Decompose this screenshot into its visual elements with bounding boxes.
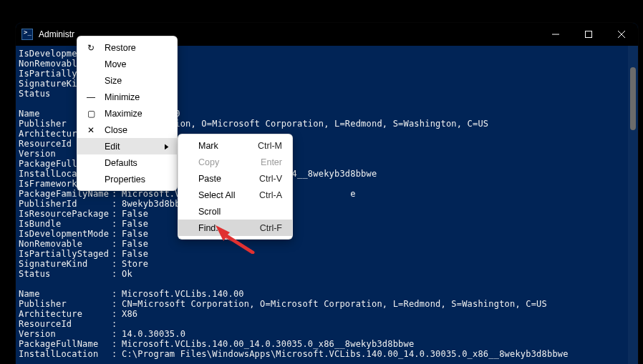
shortcut-label: Ctrl-M bbox=[258, 141, 282, 151]
separator: : bbox=[112, 239, 122, 249]
submenu-item-copy: CopyEnter bbox=[178, 154, 292, 170]
submenu-item-label: Select All bbox=[198, 190, 235, 200]
menu-item-minimize[interactable]: —Minimize bbox=[77, 89, 177, 105]
property-key: IsBundle bbox=[19, 219, 112, 229]
separator: : bbox=[112, 309, 122, 319]
restore-glyph-icon: ↻ bbox=[86, 43, 96, 53]
svg-rect-1 bbox=[586, 31, 592, 38]
minimize-button[interactable] bbox=[539, 23, 572, 46]
property-key: Publisher bbox=[19, 299, 112, 309]
property-value: CN=Microsoft Corporation, O=Microsoft Co… bbox=[122, 299, 547, 309]
close-glyph-icon: ✕ bbox=[86, 125, 96, 135]
separator: : bbox=[112, 229, 122, 239]
property-key: Status bbox=[19, 269, 112, 279]
submenu-item-paste[interactable]: PasteCtrl-V bbox=[178, 170, 292, 187]
property-value: False bbox=[122, 239, 148, 249]
property-value: 8wekyb3d8bb bbox=[122, 199, 180, 209]
separator: : bbox=[112, 299, 122, 309]
shortcut-label: Enter bbox=[261, 157, 282, 167]
separator: : bbox=[112, 209, 122, 219]
console-line: IsResourcePackage: False bbox=[19, 209, 632, 219]
scrollbar[interactable] bbox=[628, 46, 638, 364]
console-line: InstallLocation: C:\Program Files\Window… bbox=[19, 349, 632, 359]
shortcut-label: Ctrl-A bbox=[259, 190, 282, 200]
property-key: Architecture bbox=[19, 309, 112, 319]
scrollbar-thumb[interactable] bbox=[630, 67, 636, 130]
close-icon bbox=[618, 31, 625, 38]
property-value: Microsoft.VCLibs.140.00 bbox=[122, 289, 244, 299]
property-key: InstallLocation bbox=[19, 349, 112, 359]
menu-item-maximize[interactable]: ▢Maximize bbox=[77, 105, 177, 122]
submenu-item-mark[interactable]: MarkCtrl-M bbox=[178, 137, 292, 154]
system-menu: ↻RestoreMoveSize—Minimize▢Maximize✕Close… bbox=[77, 36, 178, 191]
property-key: ResourceId bbox=[19, 319, 112, 329]
submenu-item-label: Paste bbox=[198, 174, 221, 184]
menu-item-defaults[interactable]: Defaults bbox=[77, 154, 177, 171]
menu-item-label: Maximize bbox=[105, 109, 142, 119]
console-line: NonRemovable: False bbox=[19, 239, 632, 249]
menu-item-close[interactable]: ✕Close bbox=[77, 122, 177, 138]
maximize-button[interactable] bbox=[572, 23, 605, 46]
property-key: IsDevelopmentMode bbox=[19, 229, 112, 239]
property-value: C:\Program Files\WindowsApps\Microsoft.V… bbox=[122, 349, 569, 359]
property-value: X86 bbox=[122, 309, 137, 319]
menu-item-size[interactable]: Size bbox=[77, 72, 177, 89]
property-key: Name bbox=[19, 289, 112, 299]
menu-item-edit[interactable]: Edit▶ bbox=[77, 138, 177, 154]
console-line: IsPartiallyStaged: False bbox=[19, 249, 632, 259]
property-value: False bbox=[122, 219, 148, 229]
property-key: PackageFullName bbox=[19, 339, 112, 349]
menu-item-label: Defaults bbox=[105, 158, 137, 168]
menu-item-label: Edit bbox=[105, 142, 120, 152]
console-line: IsDevelopmentMode: False bbox=[19, 229, 632, 239]
submenu-item-selectall[interactable]: Select AllCtrl-A bbox=[178, 187, 292, 203]
menu-item-label: Restore bbox=[105, 43, 136, 53]
console-line: Name: Microsoft.VCLibs.140.00 bbox=[19, 289, 632, 299]
separator: : bbox=[112, 289, 122, 299]
console-line: PublisherId: 8wekyb3d8bb bbox=[19, 199, 632, 209]
property-key: IsResourcePackage bbox=[19, 209, 112, 219]
submenu-item-label: Scroll bbox=[198, 207, 221, 217]
window-title: Administr bbox=[39, 29, 74, 39]
menu-item-label: Properties bbox=[105, 174, 145, 185]
submenu-arrow-icon: ▶ bbox=[165, 142, 169, 150]
console-line: Status: Ok bbox=[19, 269, 632, 279]
property-value: False bbox=[122, 249, 148, 259]
separator: : bbox=[112, 269, 122, 279]
submenu-item-scroll[interactable]: Scroll bbox=[178, 203, 292, 220]
submenu-item-label: Mark bbox=[198, 141, 218, 151]
separator: : bbox=[112, 219, 122, 229]
menu-item-move[interactable]: Move bbox=[77, 56, 177, 72]
separator: : bbox=[112, 249, 122, 259]
menu-item-label: Size bbox=[105, 76, 122, 86]
blank-line bbox=[19, 279, 632, 289]
console-line: IsBundle: False bbox=[19, 219, 632, 229]
property-key: PublisherId bbox=[19, 199, 112, 209]
property-key: IsPartiallyStaged bbox=[19, 249, 112, 259]
submenu-item-find[interactable]: Find...Ctrl-F bbox=[178, 220, 292, 236]
powershell-icon bbox=[21, 29, 33, 40]
separator: : bbox=[112, 349, 122, 359]
separator: : bbox=[112, 329, 122, 339]
menu-item-label: Move bbox=[105, 59, 127, 69]
maximize-glyph-icon: ▢ bbox=[86, 109, 96, 119]
property-value: False bbox=[122, 229, 148, 239]
menu-item-restore[interactable]: ↻Restore bbox=[77, 39, 177, 56]
minimize-glyph-icon: — bbox=[86, 92, 96, 102]
property-key: NonRemovable bbox=[19, 239, 112, 249]
property-value: False bbox=[122, 209, 148, 219]
menu-item-label: Close bbox=[105, 125, 127, 135]
menu-item-label: Minimize bbox=[105, 92, 140, 102]
property-value: Store bbox=[122, 259, 148, 269]
property-key: SignatureKind bbox=[19, 259, 112, 269]
menu-item-properties[interactable]: Properties bbox=[77, 171, 177, 187]
minimize-icon bbox=[552, 31, 559, 38]
close-button[interactable] bbox=[605, 23, 638, 46]
console-line: Version: 14.0.30035.0 bbox=[19, 329, 632, 339]
console-line: PackageFullName: Microsoft.VCLibs.140.00… bbox=[19, 339, 632, 349]
console-line: SignatureKind: Store bbox=[19, 259, 632, 269]
submenu-item-label: Copy bbox=[198, 157, 219, 167]
shortcut-label: Ctrl-F bbox=[260, 223, 282, 233]
property-value: 14.0.30035.0 bbox=[122, 329, 185, 339]
separator: : bbox=[112, 339, 122, 349]
